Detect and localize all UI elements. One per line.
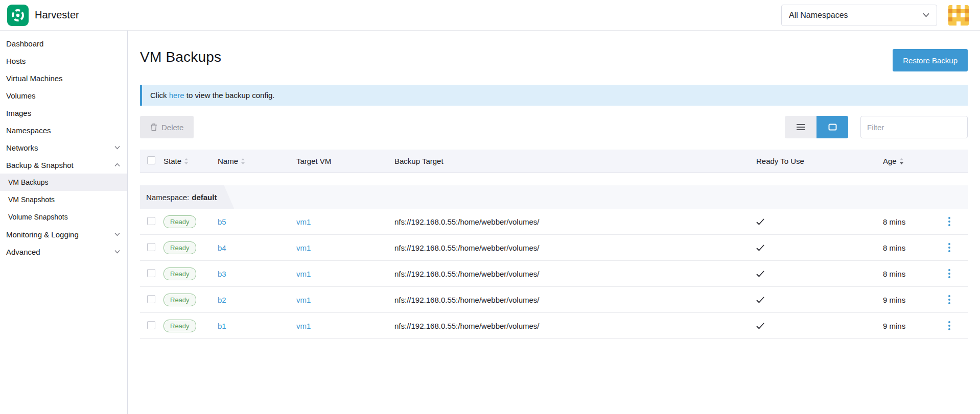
- ready-check-icon: [756, 271, 764, 277]
- restore-backup-button[interactable]: Restore Backup: [893, 49, 968, 71]
- banner-text-prefix: Click: [150, 91, 169, 100]
- sidebar-item-virtual-machines[interactable]: Virtual Machines: [0, 69, 127, 87]
- column-header-label: Target VM: [296, 157, 331, 165]
- table-row: Ready b4 vm1 nfs://192.168.0.55:/home/we…: [140, 235, 968, 261]
- row-checkbox[interactable]: [147, 217, 155, 225]
- flat-view-button[interactable]: [816, 116, 848, 138]
- ready-check-icon: [756, 297, 764, 303]
- target-vm-link[interactable]: vm1: [296, 322, 311, 330]
- sidebar-item-hosts[interactable]: Hosts: [0, 52, 127, 69]
- filter-input[interactable]: [860, 116, 968, 138]
- target-vm-link[interactable]: vm1: [296, 243, 311, 252]
- page-title: VM Backups: [140, 49, 221, 65]
- column-header-state[interactable]: State: [164, 157, 218, 165]
- list-view-icon: [796, 124, 805, 131]
- backup-target-cell: nfs://192.168.0.55:/home/webber/volumes/: [394, 322, 756, 330]
- sidebar-item-vm-snapshots[interactable]: VM Snapshots: [0, 191, 127, 208]
- age-cell: 8 mins: [883, 270, 943, 278]
- select-all-checkbox[interactable]: [147, 156, 155, 164]
- row-actions-menu[interactable]: [943, 240, 955, 255]
- column-header-backup-target[interactable]: Backup Target: [394, 157, 756, 165]
- backup-name-link[interactable]: b1: [218, 322, 226, 330]
- trash-icon: [150, 123, 157, 131]
- sidebar-item-advanced[interactable]: Advanced: [0, 243, 127, 260]
- list-view-button[interactable]: [785, 116, 816, 138]
- ready-check-icon: [756, 245, 764, 251]
- chevron-up-icon: [114, 163, 120, 167]
- chevron-down-icon: [114, 250, 120, 254]
- column-header-label: Backup Target: [394, 157, 444, 165]
- column-header-label: Age: [883, 157, 897, 165]
- row-actions-menu[interactable]: [943, 266, 955, 281]
- sidebar-item-label: Hosts: [6, 57, 26, 65]
- banner-here-link[interactable]: here: [169, 91, 184, 100]
- sidebar-item-label: Volume Snapshots: [8, 213, 68, 221]
- target-vm-link[interactable]: vm1: [296, 296, 311, 304]
- sidebar-item-label: VM Backups: [8, 178, 49, 186]
- state-badge: Ready: [164, 294, 196, 306]
- row-actions-menu[interactable]: [943, 292, 955, 307]
- flat-view-icon: [828, 124, 837, 131]
- target-vm-link[interactable]: vm1: [296, 217, 311, 226]
- namespace-selector-value: All Namespaces: [789, 11, 848, 20]
- table-row: Ready b5 vm1 nfs://192.168.0.55:/home/we…: [140, 209, 968, 235]
- chevron-down-icon: [114, 232, 120, 236]
- column-header-label: State: [164, 157, 181, 165]
- sidebar-item-backup-snapshot[interactable]: Backup & Snapshot: [0, 156, 127, 174]
- sidebar-item-vm-backups[interactable]: VM Backups: [0, 174, 127, 191]
- column-header-ready-to-use[interactable]: Ready To Use: [756, 157, 883, 165]
- backup-name-link[interactable]: b4: [218, 243, 226, 252]
- row-actions-menu[interactable]: [943, 318, 955, 333]
- sidebar-item-label: Volumes: [6, 91, 36, 100]
- backup-name-link[interactable]: b5: [218, 217, 226, 226]
- sidebar-item-label: Virtual Machines: [6, 74, 63, 83]
- row-actions-menu[interactable]: [943, 214, 955, 229]
- sort-icon: [184, 158, 189, 165]
- harvester-logo-icon[interactable]: [7, 5, 29, 26]
- backup-target-cell: nfs://192.168.0.55:/home/webber/volumes/: [394, 217, 756, 226]
- backup-target-cell: nfs://192.168.0.55:/home/webber/volumes/: [394, 296, 756, 304]
- main-content: VM Backups Restore Backup Click here to …: [128, 31, 980, 414]
- banner-text-suffix: to view the backup config.: [184, 91, 275, 100]
- age-cell: 9 mins: [883, 322, 943, 330]
- backup-name-link[interactable]: b2: [218, 296, 226, 304]
- sidebar: Dashboard Hosts Virtual Machines Volumes…: [0, 31, 128, 414]
- table-header-row: State Name Target VM Backup Target Rea: [140, 150, 968, 173]
- row-checkbox[interactable]: [147, 321, 155, 329]
- group-spacer: [140, 173, 968, 185]
- app-window: Harvester All Namespaces: [0, 0, 980, 414]
- column-header-name[interactable]: Name: [218, 157, 296, 165]
- sort-icon: [241, 158, 245, 165]
- row-checkbox[interactable]: [147, 243, 155, 251]
- sidebar-item-label: Namespaces: [6, 126, 51, 135]
- sidebar-item-label: Advanced: [6, 248, 40, 256]
- backup-target-cell: nfs://192.168.0.55:/home/webber/volumes/: [394, 243, 756, 252]
- row-checkbox[interactable]: [147, 269, 155, 277]
- sidebar-item-monitoring-logging[interactable]: Monitoring & Logging: [0, 226, 127, 243]
- backup-target-cell: nfs://192.168.0.55:/home/webber/volumes/: [394, 270, 756, 278]
- column-header-target-vm[interactable]: Target VM: [296, 157, 394, 165]
- sidebar-item-namespaces[interactable]: Namespaces: [0, 121, 127, 139]
- sidebar-item-images[interactable]: Images: [0, 104, 127, 121]
- sidebar-item-volumes[interactable]: Volumes: [0, 87, 127, 104]
- delete-button[interactable]: Delete: [140, 116, 194, 138]
- sidebar-item-volume-snapshots[interactable]: Volume Snapshots: [0, 208, 127, 226]
- column-header-label: Name: [218, 157, 238, 165]
- sidebar-item-networks[interactable]: Networks: [0, 139, 127, 156]
- sort-icon-descending: [899, 158, 904, 165]
- state-badge: Ready: [164, 215, 196, 228]
- age-cell: 8 mins: [883, 217, 943, 226]
- user-avatar[interactable]: [948, 5, 969, 26]
- namespace-selector[interactable]: All Namespaces: [781, 5, 937, 26]
- row-checkbox[interactable]: [147, 295, 155, 303]
- backup-name-link[interactable]: b3: [218, 270, 226, 278]
- sidebar-item-label: Images: [6, 109, 31, 117]
- sidebar-item-dashboard[interactable]: Dashboard: [0, 35, 127, 52]
- target-vm-link[interactable]: vm1: [296, 270, 311, 278]
- column-header-age[interactable]: Age: [883, 157, 943, 165]
- info-banner: Click here to view the backup config.: [140, 85, 968, 106]
- age-cell: 8 mins: [883, 243, 943, 252]
- group-value: default: [192, 193, 217, 202]
- state-badge: Ready: [164, 241, 196, 254]
- state-badge: Ready: [164, 320, 196, 332]
